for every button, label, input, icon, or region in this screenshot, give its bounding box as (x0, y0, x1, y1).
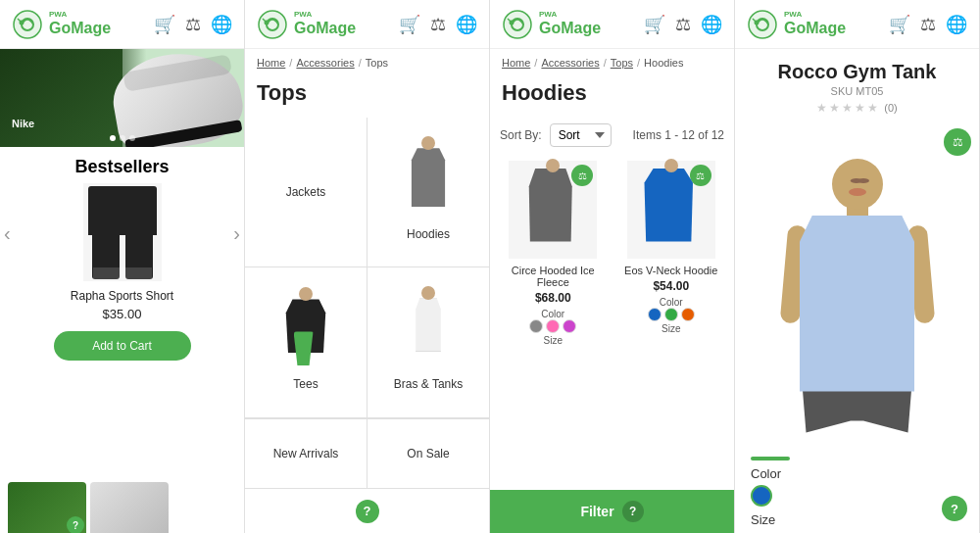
hero-brand-text: Nike (12, 118, 34, 129)
hero-banner[interactable]: Nike (0, 49, 244, 147)
logo-text-2: PWA GoMage (294, 11, 356, 36)
hero-dot-2[interactable] (120, 135, 125, 141)
product-stars: ★ ★ ★ ★ ★ (0) (747, 101, 967, 115)
logo-3[interactable]: PWA GoMage (502, 9, 644, 40)
breadcrumb-accessories-3[interactable]: Accessories (541, 57, 599, 69)
category-tees-label: Tees (293, 377, 318, 391)
category-bras-tanks[interactable]: Bras & Tanks (368, 267, 489, 416)
swatch-1-3[interactable] (563, 319, 576, 333)
logo-name-1: GoMage (49, 20, 111, 37)
world-icon-3[interactable]: 🌐 (701, 14, 722, 35)
logo-1[interactable]: PWA GoMage (12, 9, 154, 40)
breadcrumb-accessories-2[interactable]: Accessories (296, 57, 354, 69)
add-to-cart-button[interactable]: Add to Cart (54, 331, 191, 361)
cart-icon-1[interactable]: 🛒 (154, 14, 175, 35)
thumb-1[interactable]: ? (8, 482, 86, 533)
gomage-logo-icon-4 (747, 9, 778, 40)
detail-color-swatch-blue[interactable] (751, 485, 772, 507)
svg-point-9 (749, 11, 776, 38)
breadcrumb-tops-3[interactable]: Tops (611, 57, 633, 69)
cart-icon-3[interactable]: 🛒 (644, 14, 665, 35)
category-tees[interactable]: Tees (245, 267, 367, 416)
page-title-2: Tops (245, 76, 489, 118)
compare-icon-2[interactable]: ⚖ (430, 14, 446, 35)
category-hoodies[interactable]: Hoodies (368, 118, 489, 266)
compare-icon-4[interactable]: ⚖ (920, 14, 936, 35)
world-icon-2[interactable]: 🌐 (456, 14, 477, 35)
hero-dot-1[interactable] (110, 135, 116, 141)
navbar-2: PWA GoMage 🛒 ⚖ 🌐 (245, 0, 489, 49)
swatch-2-3[interactable] (681, 308, 695, 321)
category-new-arrivals[interactable]: New Arrivals (245, 418, 367, 488)
category-on-sale[interactable]: On Sale (368, 418, 489, 488)
category-bras-tanks-label: Bras & Tanks (394, 377, 463, 391)
product-sku: SKU MT05 (747, 85, 967, 97)
navbar-1: PWA GoMage 🛒 ⚖ 🌐 (0, 0, 244, 49)
swatch-1-2[interactable] (546, 319, 560, 333)
thumb-2[interactable] (90, 482, 169, 533)
star-1: ★ (816, 101, 827, 115)
swatch-2-2[interactable] (664, 308, 678, 321)
filter-question-icon[interactable]: ? (622, 501, 644, 522)
question-icon-2[interactable]: ? (356, 500, 379, 523)
filter-bar[interactable]: Filter ? (490, 490, 734, 533)
panel1-bottom-thumbs: ? (0, 474, 244, 533)
nav-icons-1: 🛒 ⚖ 🌐 (154, 14, 232, 35)
cart-icon-4[interactable]: 🛒 (889, 14, 910, 35)
hoodies-image (394, 143, 463, 221)
thumb-question-1[interactable]: ? (67, 516, 84, 533)
logo-2[interactable]: PWA GoMage (257, 9, 399, 40)
product-card-name-1: Circe Hooded Ice Fleece (498, 265, 609, 288)
carousel-right-arrow[interactable]: › (233, 222, 240, 245)
product-card-img-1: ⚖ (509, 161, 597, 259)
breadcrumb-current-3: Hoodies (644, 57, 683, 69)
logo-4[interactable]: PWA GoMage (747, 9, 889, 40)
category-on-sale-label: On Sale (407, 447, 449, 460)
swatch-2-1[interactable] (648, 308, 662, 321)
world-icon-4[interactable]: 🌐 (946, 14, 967, 35)
page-title-3: Hoodies (490, 76, 734, 118)
carousel-left-arrow[interactable]: ‹ (4, 222, 11, 245)
navbar-3: PWA GoMage 🛒 ⚖ 🌐 (490, 0, 734, 49)
svg-point-3 (259, 11, 286, 38)
product-card-price-1: $68.00 (535, 291, 571, 305)
navbar-4: PWA GoMage 🛒 ⚖ 🌐 (735, 0, 979, 49)
tees-image (271, 293, 340, 371)
hero-dots (110, 135, 135, 141)
hero-dot-3[interactable] (129, 135, 135, 141)
compare-icon-detail: ⚖ (953, 135, 963, 149)
breadcrumb-sep-1: / (289, 57, 292, 69)
product-main-image: ⚖ (735, 121, 979, 451)
star-3: ★ (842, 101, 853, 115)
breadcrumb-home-2[interactable]: Home (257, 57, 285, 69)
compare-button-detail[interactable]: ⚖ (944, 128, 971, 156)
star-2: ★ (829, 101, 840, 115)
size-label-2: Size (662, 323, 680, 334)
category-grid: Jackets Hoodies Tees (245, 118, 489, 488)
logo-name-3: GoMage (539, 20, 601, 37)
hero-image: Nike (0, 49, 244, 147)
reviews-count: (0) (884, 102, 897, 114)
logo-pwa-1: PWA (49, 11, 111, 20)
logo-name-2: GoMage (294, 20, 356, 37)
logo-pwa-3: PWA (539, 11, 601, 20)
color-bar (751, 457, 790, 460)
cart-icon-2[interactable]: 🛒 (399, 14, 420, 35)
carousel-product-name: Rapha Sports Short (71, 289, 173, 303)
logo-text-3: PWA GoMage (539, 11, 601, 36)
compare-icon-3[interactable]: ⚖ (675, 14, 691, 35)
compare-icon-1[interactable]: ⚖ (185, 14, 201, 35)
product-detail-title: Rocco Gym Tank (747, 61, 967, 83)
swatch-1-1[interactable] (529, 319, 543, 333)
products-grid: ⚖ Circe Hooded Ice Fleece $68.00 Color S… (490, 153, 734, 490)
world-icon-1[interactable]: 🌐 (211, 14, 232, 35)
gomage-logo-icon-3 (502, 9, 533, 40)
question-button-detail[interactable]: ? (942, 496, 967, 521)
color-label-2: Color (660, 297, 683, 308)
category-jackets[interactable]: Jackets (245, 118, 367, 266)
sort-select[interactable]: Sort Name Price (550, 123, 612, 147)
sort-bar: Sort By: Sort Name Price Items 1 - 12 of… (490, 118, 734, 153)
panel-hoodies: PWA GoMage 🛒 ⚖ 🌐 Home / Accessories / To… (490, 0, 735, 533)
panel2-footer-question[interactable]: ? (245, 489, 489, 533)
breadcrumb-home-3[interactable]: Home (502, 57, 530, 69)
